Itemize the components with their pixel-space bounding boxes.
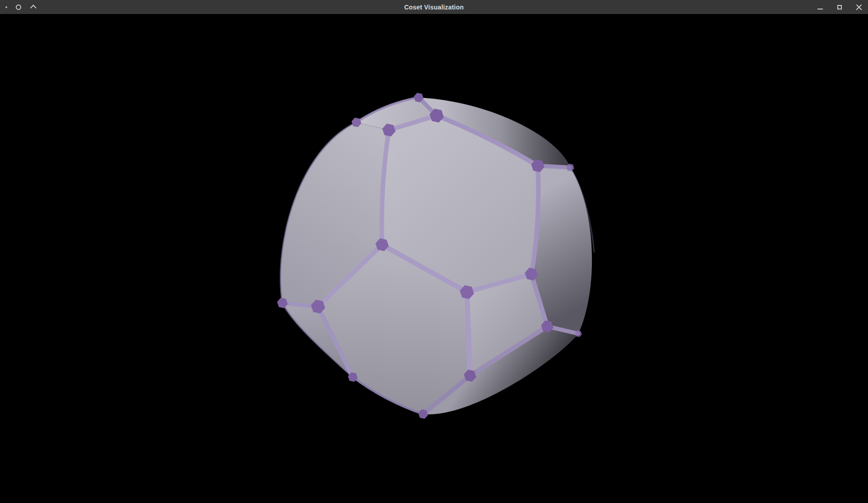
window-title: Coset Visualization (0, 0, 868, 14)
close-icon (856, 4, 862, 10)
titlebar[interactable]: Coset Visualization (0, 0, 868, 14)
polyhedron-svg[interactable] (0, 14, 868, 503)
titlebar-right-controls (815, 0, 864, 14)
edge-FI (467, 292, 470, 376)
minimize-icon (817, 9, 823, 9)
maximize-button[interactable] (835, 0, 845, 14)
close-button[interactable] (854, 0, 864, 14)
minimize-button[interactable] (815, 0, 825, 14)
3d-viewport[interactable] (0, 14, 868, 503)
maximize-icon (837, 5, 842, 9)
app-window: Coset Visualization (0, 0, 868, 503)
